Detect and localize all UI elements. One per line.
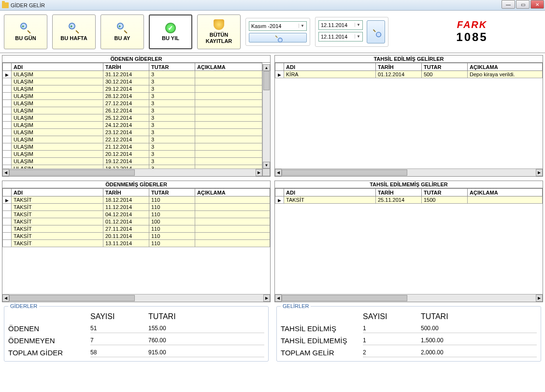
table-row[interactable]: ULAŞIM 24.12.2014 3	[3, 122, 262, 129]
cell-aciklama[interactable]	[195, 225, 270, 233]
cell-tarih[interactable]: 26.12.2014	[103, 107, 149, 114]
cell-adi[interactable]: TAKSİT	[12, 225, 103, 233]
cell-tarih[interactable]: 30.12.2014	[103, 78, 149, 85]
cell-tutar[interactable]: 3	[149, 85, 195, 93]
cell-adi[interactable]: TAKSİT	[12, 240, 103, 247]
header-tutar[interactable]: TUTAR	[149, 189, 195, 196]
cell-aciklama[interactable]	[195, 158, 262, 165]
horizontal-scrollbar[interactable]: ◀ ▶	[275, 168, 543, 176]
table-row[interactable]: TAKSİT 01.12.2014 100	[3, 218, 270, 225]
cell-tarih[interactable]: 28.12.2014	[103, 93, 149, 100]
cell-aciklama[interactable]	[195, 129, 262, 136]
maximize-button[interactable]: ▭	[516, 0, 530, 9]
cell-tutar[interactable]: 3	[149, 158, 195, 165]
cell-tutar[interactable]: 3	[149, 78, 195, 85]
table-row[interactable]: ▶ TAKSİT 25.11.2014 1500	[275, 196, 543, 204]
table-row[interactable]: ULAŞIM 30.12.2014 3	[3, 78, 262, 85]
cell-tutar[interactable]: 3	[149, 100, 195, 107]
table-row[interactable]: TAKSİT 27.11.2014 110	[3, 225, 270, 233]
scroll-thumb[interactable]	[9, 169, 135, 176]
cell-tarih[interactable]: 18.12.2014	[103, 165, 149, 169]
cell-tutar[interactable]: 110	[149, 211, 195, 218]
cell-tutar[interactable]: 3	[149, 165, 195, 169]
cell-tutar[interactable]: 110	[149, 233, 195, 240]
cell-adi[interactable]: TAKSİT	[12, 218, 103, 225]
table-row[interactable]: ULAŞIM 28.12.2014 3	[3, 93, 262, 100]
scroll-right-icon[interactable]: ▶	[263, 294, 270, 302]
this-year-button[interactable]: ✓ BU YIL	[149, 14, 192, 49]
cell-aciklama[interactable]	[195, 196, 270, 204]
cell-tutar[interactable]: 3	[149, 136, 195, 143]
scroll-thumb[interactable]	[282, 169, 407, 176]
today-button[interactable]: + BU GÜN	[4, 14, 47, 49]
cell-adi[interactable]: ULAŞIM	[12, 165, 103, 169]
header-tarih[interactable]: TARİH	[376, 189, 422, 196]
cell-tutar[interactable]: 1500	[422, 196, 468, 204]
table-row[interactable]: TAKSİT 13.11.2014 110	[3, 240, 270, 247]
table-row[interactable]: ▶ KİRA 01.12.2014 500 Depo kiraya verild…	[275, 71, 543, 78]
cell-tarih[interactable]: 27.11.2014	[103, 225, 149, 233]
table-row[interactable]: ULAŞIM 26.12.2014 3	[3, 107, 262, 114]
cell-adi[interactable]: ULAŞIM	[12, 85, 103, 93]
table-row[interactable]: TAKSİT 11.12.2014 110	[3, 204, 270, 211]
cell-aciklama[interactable]	[468, 196, 543, 204]
cell-aciklama[interactable]	[195, 240, 270, 247]
cell-aciklama[interactable]	[195, 107, 262, 114]
cell-tarih[interactable]: 29.12.2014	[103, 85, 149, 93]
cell-tutar[interactable]: 110	[149, 204, 195, 211]
cell-aciklama[interactable]	[195, 122, 262, 129]
scroll-left-icon[interactable]: ◀	[2, 294, 9, 302]
cell-tutar[interactable]: 3	[149, 71, 195, 78]
cell-adi[interactable]: ULAŞIM	[12, 158, 103, 165]
header-tarih[interactable]: TARİH	[103, 63, 149, 71]
header-adi[interactable]: ADI	[284, 189, 376, 196]
cell-tarih[interactable]: 20.12.2014	[103, 151, 149, 158]
cell-adi[interactable]: ULAŞIM	[12, 151, 103, 158]
cell-aciklama[interactable]	[195, 218, 270, 225]
horizontal-scrollbar[interactable]: ◀ ▶	[2, 168, 262, 176]
header-adi[interactable]: ADI	[12, 189, 103, 196]
cell-tarih[interactable]: 01.12.2014	[376, 71, 422, 78]
cell-tutar[interactable]: 3	[149, 129, 195, 136]
cell-aciklama[interactable]	[195, 233, 270, 240]
cell-tarih[interactable]: 23.12.2014	[103, 129, 149, 136]
scroll-thumb[interactable]	[9, 295, 135, 301]
this-week-button[interactable]: + BU HAFTA	[52, 14, 96, 49]
month-combo[interactable]: Kasım -2014 ▼	[249, 21, 307, 31]
cell-tarih[interactable]: 31.12.2014	[103, 71, 149, 78]
table-row[interactable]: TAKSİT 20.11.2014 110	[3, 233, 270, 240]
cell-tarih[interactable]: 11.12.2014	[103, 204, 149, 211]
cell-tarih[interactable]: 18.12.2014	[103, 196, 149, 204]
cell-tarih[interactable]: 01.12.2014	[103, 218, 149, 225]
cell-adi[interactable]: ULAŞIM	[12, 107, 103, 114]
cell-tarih[interactable]: 21.12.2014	[103, 143, 149, 151]
cell-adi[interactable]: ULAŞIM	[12, 78, 103, 85]
cell-tarih[interactable]: 04.12.2014	[103, 211, 149, 218]
horizontal-scrollbar[interactable]: ◀ ▶	[275, 294, 543, 302]
close-button[interactable]: ✕	[531, 0, 544, 9]
date-from-input[interactable]: 12.11.2014 ▼	[318, 20, 363, 30]
cell-aciklama[interactable]	[195, 100, 262, 107]
header-aciklama[interactable]: AÇIKLAMA	[468, 189, 543, 196]
cell-aciklama[interactable]	[195, 136, 262, 143]
table-row[interactable]: ULAŞIM 20.12.2014 3	[3, 151, 262, 158]
cell-aciklama[interactable]	[195, 93, 262, 100]
scroll-left-icon[interactable]: ◀	[275, 294, 282, 302]
header-adi[interactable]: ADI	[12, 63, 103, 71]
header-tutar[interactable]: TUTAR	[422, 189, 468, 196]
date-range-search-button[interactable]	[367, 20, 385, 43]
cell-adi[interactable]: TAKSİT	[284, 196, 376, 204]
vertical-scrollbar[interactable]: ▲ ▼	[262, 64, 270, 168]
cell-adi[interactable]: ULAŞIM	[12, 100, 103, 107]
cell-adi[interactable]: ULAŞIM	[12, 136, 103, 143]
cell-adi[interactable]: ULAŞIM	[12, 114, 103, 122]
cell-tutar[interactable]: 100	[149, 218, 195, 225]
cell-aciklama[interactable]	[195, 165, 262, 169]
cell-aciklama[interactable]	[195, 204, 270, 211]
cell-tarih[interactable]: 13.11.2014	[103, 240, 149, 247]
cell-tarih[interactable]: 25.12.2014	[103, 114, 149, 122]
scroll-right-icon[interactable]: ▶	[536, 169, 543, 176]
cell-tarih[interactable]: 25.11.2014	[376, 196, 422, 204]
table-row[interactable]: ULAŞIM 23.12.2014 3	[3, 129, 262, 136]
cell-adi[interactable]: TAKSİT	[12, 196, 103, 204]
